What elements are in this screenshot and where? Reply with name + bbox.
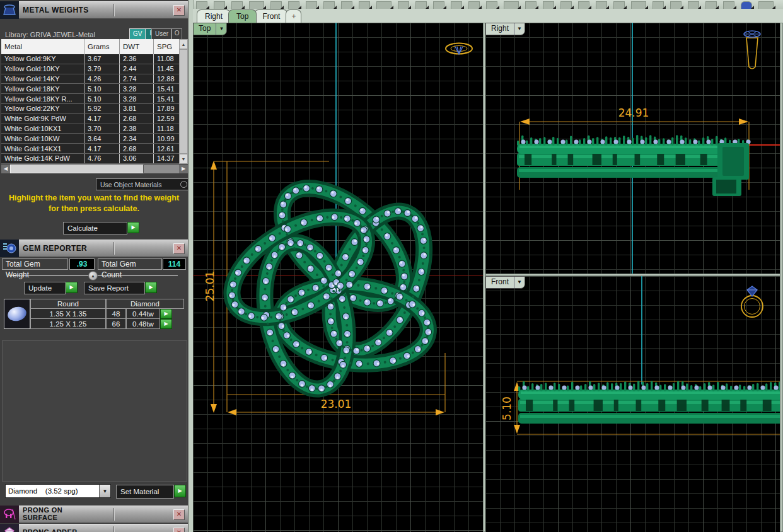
close-icon[interactable]: ✕	[173, 5, 185, 16]
chevron-down-icon: ▼	[99, 485, 110, 497]
table-row[interactable]: White Gold:14KX1 4.17 2.68 12.61	[1, 144, 179, 154]
viewport-right-selector[interactable]: Right ▼	[485, 23, 525, 35]
toolbar-icon[interactable]	[341, 1, 352, 9]
update-go-icon[interactable]: ▶	[66, 282, 78, 293]
radio-icon	[180, 181, 187, 188]
set-material-go-icon[interactable]: ▶	[174, 485, 186, 497]
set-material-button[interactable]: Set Material	[116, 485, 174, 499]
column-dwt: DWT	[120, 39, 154, 54]
toolbar-icon[interactable]	[451, 1, 462, 9]
window-edge-strip	[780, 23, 783, 532]
toolbar-icon[interactable]	[231, 1, 243, 9]
slider-handle[interactable]: ▲	[88, 271, 98, 280]
toolbar-icon[interactable]	[688, 1, 699, 9]
calculate-go-icon[interactable]: ▶	[127, 222, 139, 233]
save-report-go-icon[interactable]: ▶	[145, 282, 157, 293]
tab-right[interactable]: Right	[197, 9, 231, 23]
table-row[interactable]: White Gold:9K PdW 4.17 2.68 12.59	[1, 114, 179, 124]
right-view-scene	[485, 23, 780, 274]
table-row[interactable]: White Gold:10KX1 3.70 2.38 11.18	[1, 124, 179, 134]
ring-orientation-right-icon	[744, 31, 760, 69]
viewport-tabbar: Right Top Front +	[193, 9, 783, 23]
toolbar-icon[interactable]	[543, 1, 554, 9]
calculate-button[interactable]: Calculate	[63, 222, 127, 234]
toolbar-icon[interactable]	[560, 1, 572, 9]
gem-row-go-icon[interactable]: ▶	[160, 309, 172, 319]
material-dropdown[interactable]: Diamond (3.52 spg) ▼	[5, 484, 111, 498]
gem-reporter-icon	[0, 240, 19, 257]
dimension-height-label: 5.10	[501, 390, 513, 427]
close-icon[interactable]: ✕	[173, 528, 185, 532]
chevron-down-icon: ▼	[216, 23, 226, 35]
table-row[interactable]: Yellow Gold:18KY 5.10 3.28 15.41	[1, 84, 179, 94]
table-row[interactable]: Yellow Gold:10KY 3.79 2.44 11.45	[1, 64, 179, 74]
viewport-right-canvas[interactable]: 24.91 Right ▼	[485, 23, 780, 274]
toolbar-icon[interactable]	[631, 1, 646, 9]
metal-table-header: Metal Grams DWT SPG	[1, 39, 179, 54]
toolbar-icon[interactable]	[741, 1, 752, 9]
toolbar-icon[interactable]	[214, 1, 225, 9]
total-gem-count-value: 114	[163, 258, 186, 270]
vertical-scrollbar[interactable]	[179, 49, 188, 154]
viewport-front-canvas[interactable]: 5.10 Front ▼	[485, 276, 780, 532]
pendant-top-view-model	[195, 159, 461, 427]
gem-reporter-workspace	[2, 340, 187, 482]
viewport-front-selector[interactable]: Front ▼	[485, 276, 525, 289]
total-gem-weight-label: Total Gem Weight	[2, 258, 68, 270]
toolbar-icon[interactable]	[670, 1, 682, 9]
toolbar-icon[interactable]	[705, 1, 717, 9]
toolbar-icon[interactable]	[323, 1, 335, 9]
table-row[interactable]: Yellow Gold:18KY R... 5.10 3.28 15.41	[1, 94, 179, 104]
panel-title: PRONG ON SURFACE	[19, 507, 98, 521]
toolbar-icon[interactable]	[758, 1, 774, 9]
user-toggle[interactable]: User O	[151, 28, 182, 40]
use-object-materials-button[interactable]: Use Object Materials	[96, 178, 188, 190]
tab-front[interactable]: Front	[254, 9, 288, 23]
toolbar-icon[interactable]	[288, 1, 299, 9]
toolbar-icon[interactable]	[613, 1, 625, 9]
scroll-right-icon[interactable]: ▶	[179, 165, 188, 173]
toolbar-icon[interactable]	[196, 1, 207, 9]
gem-material-header: Diamond	[106, 299, 184, 309]
toolbar-icon[interactable]	[578, 1, 589, 9]
viewport-top-selector[interactable]: Top ▼	[193, 23, 227, 35]
scroll-down-icon[interactable]: ▼	[179, 154, 188, 164]
close-icon[interactable]: ✕	[173, 509, 185, 520]
toolbar-icon[interactable]	[468, 1, 480, 9]
update-button[interactable]: Update	[24, 282, 66, 294]
front-view-scene	[485, 276, 780, 532]
ring-orientation-top-icon	[446, 43, 472, 55]
table-row[interactable]: Yellow Gold:14KY 4.26 2.74 12.88	[1, 74, 179, 84]
toolbar-icon[interactable]	[504, 1, 519, 9]
table-row[interactable]: White Gold:10KW 3.64 2.34 10.99	[1, 134, 179, 144]
scrollbar-thumb[interactable]	[10, 165, 144, 173]
gem-row-go-icon[interactable]: ▶	[160, 319, 172, 329]
toolbar-icon[interactable]	[249, 1, 264, 9]
toolbar-icon[interactable]	[596, 1, 607, 9]
gem-shape-header: Round	[30, 299, 106, 309]
toolbar-icon[interactable]	[652, 1, 664, 9]
viewport-top-canvas[interactable]: 25.01 23.01 Top ▼	[193, 23, 483, 532]
panel-title: GEM REPORTER	[19, 245, 87, 253]
toolbar-icon[interactable]	[525, 1, 536, 9]
toolbar-icon[interactable]	[398, 1, 409, 9]
close-icon[interactable]: ✕	[173, 243, 185, 254]
scroll-left-icon[interactable]: ◀	[1, 165, 10, 173]
jewelry-cad-app: METAL WEIGHTS ✕ Library: GRIVA JEWEL-Met…	[0, 0, 783, 532]
toolbar-icon[interactable]	[359, 1, 370, 9]
table-row[interactable]: White Gold:14K PdW 4.76 3.06 14.37	[1, 154, 179, 164]
toolbar-icon[interactable]	[486, 1, 497, 9]
toolbar-icon[interactable]	[415, 1, 427, 9]
tab-top[interactable]: Top	[228, 9, 257, 23]
toolbar-icon[interactable]	[433, 1, 444, 9]
table-row[interactable]: Yellow Gold:9KY 3.67 2.36 11.08	[1, 54, 179, 64]
toolbar-icon[interactable]	[306, 1, 317, 9]
toolbar-icon[interactable]	[270, 1, 282, 9]
horizontal-scrollbar[interactable]: ◀ ▶	[1, 165, 188, 173]
save-report-button[interactable]: Save Report	[84, 282, 145, 294]
toolbar-icon[interactable]	[376, 1, 392, 9]
scroll-up-icon[interactable]: ▲	[179, 39, 188, 49]
add-tab-icon[interactable]: +	[286, 9, 301, 23]
toolbar-icon[interactable]	[723, 1, 734, 9]
table-row[interactable]: Yellow Gold:22KY 5.92 3.81 17.89	[1, 104, 179, 114]
